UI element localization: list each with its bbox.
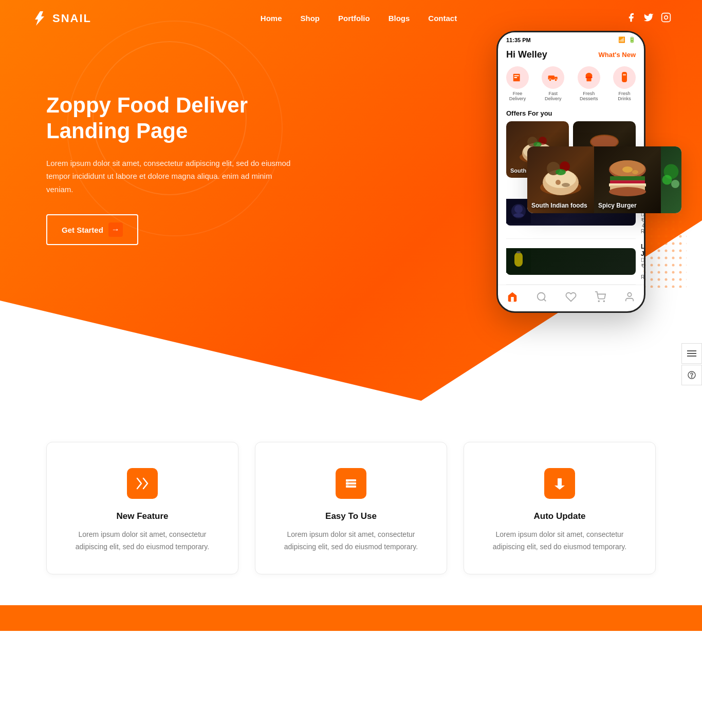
feature-card-new-feature: New Feature Lorem ipsum dolor sit amet, … [46, 442, 238, 574]
svg-rect-64 [346, 479, 348, 488]
svg-point-8 [549, 79, 551, 81]
svg-marker-0 [35, 11, 44, 26]
svg-point-46 [562, 183, 570, 187]
get-started-button[interactable]: Get Started → [46, 214, 138, 245]
float-burger-img: Spicy Burger [594, 146, 661, 213]
cat-label-1: FreeDelivery [509, 91, 526, 101]
auto-update-title: Auto Update [483, 511, 637, 521]
hero-section: Zoppy Food Deliver Landing Page Lorem ip… [0, 0, 702, 401]
nav-contact[interactable]: Contact [428, 14, 457, 23]
cart-nav-icon[interactable] [595, 291, 606, 305]
svg-marker-66 [555, 486, 565, 490]
food-name-lemon: Lemon Juices [641, 243, 645, 257]
svg-rect-11 [585, 77, 592, 78]
svg-point-37 [603, 301, 604, 302]
svg-rect-6 [548, 76, 555, 80]
brand-name: SNAIL [52, 12, 91, 25]
hero-content: Zoppy Food Deliver Landing Page Lorem ip… [46, 92, 293, 245]
svg-point-45 [556, 180, 561, 185]
svg-rect-13 [623, 74, 626, 76]
phone-greeting: Hi Welley [506, 49, 547, 60]
new-feature-desc: Lorem ipsum dolor sit amet, consectetur … [65, 529, 219, 553]
sidebar-help-button[interactable] [681, 365, 702, 385]
nav-portfolio[interactable]: Portfolio [338, 14, 370, 23]
search-nav-icon[interactable] [536, 291, 547, 305]
svg-rect-33 [516, 251, 521, 253]
sidebar-menu-button[interactable] [681, 343, 702, 364]
phone-whats-new: What's New [599, 51, 636, 59]
sidebar-buttons [681, 343, 702, 385]
svg-point-57 [662, 175, 672, 184]
svg-rect-32 [514, 252, 523, 267]
phone-header: Hi Welley What's New [498, 45, 644, 66]
auto-update-icon [544, 468, 575, 499]
food-info-lemon: Lemon Juices Drinks ₹ 100 ★ 3.9 Ratings [641, 243, 645, 280]
feature-card-auto-update: Auto Update Lorem ipsum dolor sit amet, … [464, 442, 656, 574]
svg-rect-65 [558, 478, 562, 486]
auto-update-desc: Lorem ipsum dolor sit amet, consectetur … [483, 529, 637, 553]
category-free-delivery[interactable]: FreeDelivery [506, 66, 529, 101]
svg-line-35 [544, 299, 546, 301]
svg-point-9 [555, 79, 557, 81]
svg-point-55 [632, 170, 638, 174]
logo[interactable]: SNAIL [31, 9, 91, 28]
wifi-icon: 📶 [618, 36, 625, 43]
cat-label-3: FreshDesserts [580, 91, 598, 101]
twitter-icon[interactable] [643, 12, 654, 25]
nav-social [626, 12, 671, 25]
svg-point-71 [692, 377, 692, 377]
svg-point-29 [514, 205, 523, 213]
floating-offer-card: South Indian foods Spicy Burger [527, 146, 681, 213]
easy-to-use-title: Easy To Use [274, 511, 428, 521]
svg-point-36 [598, 301, 599, 302]
facebook-icon[interactable] [626, 12, 636, 25]
cat-label-4: FreshDrinks [618, 91, 631, 101]
svg-point-30 [513, 213, 524, 217]
category-fresh-drinks[interactable]: FreshDrinks [613, 66, 636, 101]
svg-point-53 [609, 187, 646, 196]
new-feature-icon [127, 468, 158, 499]
svg-rect-4 [514, 75, 519, 76]
battery-icon: 🔋 [629, 36, 636, 43]
category-fresh-desserts[interactable]: FreshDesserts [578, 66, 600, 101]
easy-to-use-desc: Lorem ipsum dolor sit amet, consectetur … [274, 529, 428, 553]
phone-bottom-nav [498, 285, 644, 311]
svg-rect-12 [622, 72, 627, 82]
svg-rect-10 [586, 78, 591, 81]
food-category-lemon: Drinks [641, 257, 645, 263]
new-feature-title: New Feature [65, 511, 219, 521]
food-item-lemon[interactable]: Lemon Juices Drinks ₹ 100 ★ 3.9 Ratings … [506, 239, 636, 285]
phone-time: 11:35 PM [506, 37, 531, 43]
feature-card-easy-to-use: Easy To Use Lorem ipsum dolor sit amet, … [255, 442, 447, 574]
home-nav-icon[interactable] [507, 291, 518, 305]
offers-label: Offers For you [498, 109, 644, 121]
svg-point-54 [622, 166, 633, 173]
nav-shop[interactable]: Shop [301, 14, 320, 23]
arrow-icon: → [108, 222, 123, 237]
nav-home[interactable]: Home [261, 14, 282, 23]
svg-rect-5 [514, 77, 518, 78]
features-section: New Feature Lorem ipsum dolor sit amet, … [0, 401, 702, 605]
svg-point-34 [538, 293, 545, 301]
float-south-indian-img: South Indian foods [527, 146, 594, 213]
nav-links: Home Shop Portfolio Blogs Contact [261, 14, 457, 23]
easy-to-use-icon [336, 468, 366, 499]
float-third-img [661, 146, 681, 213]
navbar: SNAIL Home Shop Portfolio Blogs Contact [0, 0, 702, 37]
instagram-icon[interactable] [661, 12, 671, 25]
heart-nav-icon[interactable] [565, 291, 577, 305]
svg-point-58 [671, 180, 679, 188]
float-burger-label: Spicy Burger [598, 202, 637, 209]
cat-label-2: FastDelivery [545, 91, 562, 101]
svg-rect-1 [662, 13, 671, 22]
nav-blogs[interactable]: Blogs [389, 14, 410, 23]
phone-categories: FreeDelivery FastDelivery FreshDesserts [498, 66, 644, 109]
float-south-indian-label: South Indian foods [531, 202, 587, 209]
hero-title: Zoppy Food Deliver Landing Page [46, 92, 293, 144]
svg-point-38 [627, 293, 631, 296]
bottom-band [0, 605, 702, 631]
profile-nav-icon[interactable] [624, 291, 635, 305]
hero-description: Lorem ipsum dolor sit amet, consectetur … [46, 157, 293, 196]
food-price-lemon: ₹ 100 ★ 3.9 Ratings [641, 263, 645, 280]
category-fast-delivery[interactable]: FastDelivery [542, 66, 564, 101]
